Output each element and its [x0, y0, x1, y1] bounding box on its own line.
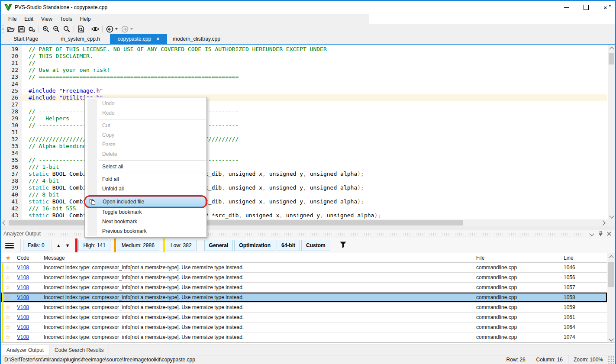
navigate-back-dropdown[interactable]: [115, 28, 118, 30]
minimize-button[interactable]: [557, 1, 576, 14]
optimization-filter-button[interactable]: Optimization: [234, 240, 275, 251]
diagnostic-code-link[interactable]: V108: [17, 263, 29, 272]
menu-edit[interactable]: Edit: [20, 16, 37, 22]
analysis-settings-icon[interactable]: [27, 25, 36, 33]
favorite-star-icon[interactable]: ☆: [5, 303, 11, 312]
favorite-star-icon[interactable]: ☆: [5, 273, 11, 282]
table-row[interactable]: ☆V108Incorrect index type: compressor_in…: [1, 293, 607, 303]
code-line[interactable]: 24: [1, 81, 607, 87]
table-row[interactable]: ☆V108Incorrect index type: compressor_in…: [1, 303, 607, 312]
hamburger-menu-icon[interactable]: [5, 243, 14, 248]
save-icon[interactable]: [17, 25, 26, 33]
code-line[interactable]: 25#include "FreeImage.h": [1, 87, 607, 94]
scrollbar-thumb[interactable]: [609, 53, 614, 64]
fails-filter-button[interactable]: Fails: 0: [23, 240, 49, 251]
favorite-star-icon[interactable]: ☆: [5, 322, 11, 332]
64bit-filter-button[interactable]: 64-bit: [277, 240, 300, 251]
scroll-up-icon[interactable]: [607, 253, 615, 261]
maximize-button[interactable]: [576, 1, 596, 14]
table-row[interactable]: ☆V108Incorrect index type: compressor_in…: [1, 332, 607, 342]
context-menu-item-toggle-bookmark[interactable]: Toggle bookmark: [85, 207, 206, 217]
menu-file[interactable]: File: [4, 16, 20, 22]
table-row[interactable]: ☆V108Incorrect index type: compressor_in…: [1, 322, 607, 332]
menu-help[interactable]: Help: [76, 16, 95, 22]
table-row[interactable]: ☆V108Incorrect index type: compressor_in…: [1, 312, 607, 322]
context-menu-item-next-bookmark[interactable]: Next bookmark: [85, 217, 206, 226]
code-line[interactable]: 21//: [1, 60, 607, 67]
message-column-header[interactable]: Message: [44, 253, 65, 262]
diagnostic-code-link[interactable]: V108: [17, 322, 29, 332]
resize-grip[interactable]: [608, 355, 614, 364]
diagnostic-code-link[interactable]: V108: [17, 332, 29, 342]
high-filter-button[interactable]: High: 141: [78, 240, 110, 251]
favorites-header-star-icon[interactable]: ★: [5, 253, 11, 262]
favorite-star-icon[interactable]: ☆: [5, 263, 11, 272]
scroll-down-icon[interactable]: [608, 212, 615, 219]
diagnostic-code-link[interactable]: V108: [17, 312, 29, 322]
context-menu-item-select-all[interactable]: Select all: [85, 162, 206, 171]
line-number: 25: [1, 87, 22, 94]
navigate-forward-dropdown[interactable]: [130, 28, 133, 30]
table-header-row[interactable]: ★ Code Message File Line: [1, 253, 607, 263]
close-button[interactable]: ×: [596, 1, 615, 14]
file-preview-icon[interactable]: [77, 25, 85, 33]
navigate-forward-icon[interactable]: [120, 25, 129, 33]
diagnostic-code-link[interactable]: V108: [17, 303, 29, 312]
context-menu-item-fold-all[interactable]: Fold all: [85, 174, 206, 184]
favorite-star-icon[interactable]: ☆: [5, 312, 11, 322]
tab-code-search-results[interactable]: Code Search Results: [49, 345, 109, 355]
diagnostic-code-link[interactable]: V108: [17, 273, 29, 282]
diagnostic-code-link[interactable]: V108: [17, 283, 29, 292]
code-column-header[interactable]: Code: [17, 253, 29, 262]
scrollbar-thumb[interactable]: [608, 262, 614, 287]
custom-filter-button[interactable]: Custom: [301, 240, 330, 251]
scroll-up-icon[interactable]: [608, 45, 615, 52]
favorite-star-icon[interactable]: ☆: [5, 332, 11, 342]
file-column-header[interactable]: File: [476, 253, 484, 262]
tab-analyzer-output[interactable]: Analyzer Output: [1, 345, 49, 355]
next-message-button[interactable]: ▼: [63, 243, 72, 248]
previous-message-button[interactable]: ▲: [54, 243, 63, 248]
table-row[interactable]: ☆V108Incorrect index type: compressor_in…: [1, 273, 607, 283]
code-line[interactable]: 20// THIS DISCLAIMER.: [1, 53, 607, 60]
open-file-icon[interactable]: [6, 25, 15, 33]
context-menu-item-previous-bookmark[interactable]: Previous bookmark: [85, 226, 206, 236]
tab-close-icon[interactable]: ×: [156, 36, 159, 42]
tab-overflow-icon[interactable]: ▼: [608, 4, 612, 8]
general-filter-button[interactable]: General: [204, 240, 233, 251]
tab-start-page[interactable]: Start Page: [1, 34, 51, 44]
tab-m-system-cpp-h[interactable]: m_system_cpp.h: [51, 34, 110, 44]
table-row[interactable]: ☆V108Incorrect index type: compressor_in…: [1, 283, 607, 293]
scroll-left-icon[interactable]: [1, 219, 8, 226]
favorite-star-icon[interactable]: ☆: [5, 283, 11, 292]
code-line[interactable]: 22// Use at your own risk!: [1, 67, 607, 74]
menu-view[interactable]: View: [37, 16, 56, 22]
scroll-down-icon[interactable]: [607, 335, 615, 342]
editor-vertical-scrollbar[interactable]: [608, 45, 615, 219]
tab-modern-clisttray-cpp[interactable]: modern_clisttray.cpp: [167, 34, 226, 44]
eye-icon[interactable]: [91, 25, 100, 33]
code-line[interactable]: 23// ===================================…: [1, 74, 607, 81]
scroll-right-icon[interactable]: [599, 219, 606, 226]
line-column-header[interactable]: Line: [564, 253, 574, 262]
table-vertical-scrollbar[interactable]: [607, 253, 615, 342]
menu-tools[interactable]: Tools: [56, 16, 76, 22]
low-filter-button[interactable]: Low: 382: [166, 240, 197, 251]
panel-close-icon[interactable]: [605, 232, 613, 236]
scrollbar-thumb[interactable]: [9, 220, 463, 225]
tab-copypaste-cpp[interactable]: copypaste.cpp×: [110, 34, 167, 44]
context-menu-item-unfold-all[interactable]: Unfold all: [85, 184, 206, 193]
code-line[interactable]: 19// PART OF THIS LICENSE. NO USE OF ANY…: [1, 46, 607, 53]
filter-funnel-icon[interactable]: [340, 242, 346, 250]
zoom-out-icon[interactable]: [52, 25, 61, 33]
pin-icon[interactable]: [596, 231, 605, 237]
favorite-star-icon[interactable]: ☆: [5, 293, 11, 302]
table-row[interactable]: ☆V108Incorrect index type: compressor_in…: [1, 263, 607, 273]
navigate-back-icon[interactable]: [105, 25, 114, 33]
panel-menu-dropdown-icon[interactable]: [587, 232, 596, 235]
context-menu-item-open-included-file[interactable]: Open included file: [86, 196, 206, 207]
search-icon[interactable]: [62, 25, 71, 33]
diagnostic-code-link[interactable]: V108: [17, 293, 29, 302]
medium-filter-button[interactable]: Medium: 2986: [117, 240, 159, 251]
zoom-in-icon[interactable]: [42, 25, 50, 33]
